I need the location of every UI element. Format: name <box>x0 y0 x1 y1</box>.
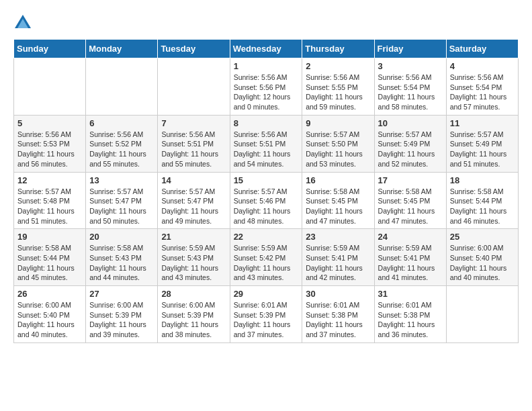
calendar-cell: 8Sunrise: 5:56 AM Sunset: 5:51 PM Daylig… <box>230 115 302 172</box>
day-info: Sunrise: 5:57 AM Sunset: 5:50 PM Dayligh… <box>306 130 370 169</box>
calendar-cell: 29Sunrise: 6:01 AM Sunset: 5:39 PM Dayli… <box>230 286 302 343</box>
day-info: Sunrise: 5:59 AM Sunset: 5:43 PM Dayligh… <box>161 243 226 283</box>
calendar-cell: 20Sunrise: 5:58 AM Sunset: 5:43 PM Dayli… <box>86 229 158 286</box>
calendar-cell: 25Sunrise: 6:00 AM Sunset: 5:40 PM Dayli… <box>446 229 518 286</box>
day-number: 7 <box>161 118 226 128</box>
calendar-cell: 21Sunrise: 5:59 AM Sunset: 5:43 PM Dayli… <box>158 229 230 286</box>
day-info: Sunrise: 5:57 AM Sunset: 5:47 PM Dayligh… <box>89 187 154 226</box>
calendar-header-row: SundayMondayTuesdayWednesdayThursdayFrid… <box>14 40 519 58</box>
day-info: Sunrise: 5:56 AM Sunset: 5:51 PM Dayligh… <box>161 130 226 169</box>
calendar-cell <box>446 286 518 343</box>
calendar-cell: 4Sunrise: 5:56 AM Sunset: 5:54 PM Daylig… <box>446 58 518 116</box>
day-info: Sunrise: 5:57 AM Sunset: 5:49 PM Dayligh… <box>378 130 443 169</box>
day-number: 15 <box>234 175 299 185</box>
day-number: 28 <box>161 289 226 299</box>
day-info: Sunrise: 6:01 AM Sunset: 5:38 PM Dayligh… <box>378 300 443 340</box>
day-info: Sunrise: 5:56 AM Sunset: 5:56 PM Dayligh… <box>234 73 299 112</box>
weekday-header: Sunday <box>14 40 86 58</box>
calendar-cell: 30Sunrise: 6:01 AM Sunset: 5:38 PM Dayli… <box>302 286 374 343</box>
day-number: 3 <box>378 61 443 71</box>
day-number: 17 <box>378 175 443 185</box>
calendar-cell: 28Sunrise: 6:00 AM Sunset: 5:39 PM Dayli… <box>158 286 230 343</box>
calendar-cell: 26Sunrise: 6:00 AM Sunset: 5:40 PM Dayli… <box>14 286 86 343</box>
weekday-header: Tuesday <box>158 40 230 58</box>
calendar-cell: 10Sunrise: 5:57 AM Sunset: 5:49 PM Dayli… <box>374 115 446 172</box>
day-info: Sunrise: 5:57 AM Sunset: 5:49 PM Dayligh… <box>450 130 515 169</box>
day-info: Sunrise: 5:56 AM Sunset: 5:53 PM Dayligh… <box>17 130 82 169</box>
calendar-week-row: 1Sunrise: 5:56 AM Sunset: 5:56 PM Daylig… <box>14 58 519 116</box>
weekday-header: Saturday <box>446 40 518 58</box>
calendar-cell: 9Sunrise: 5:57 AM Sunset: 5:50 PM Daylig… <box>302 115 374 172</box>
day-number: 8 <box>234 118 299 128</box>
day-info: Sunrise: 5:58 AM Sunset: 5:44 PM Dayligh… <box>17 243 82 283</box>
page-header <box>13 13 519 32</box>
calendar-week-row: 5Sunrise: 5:56 AM Sunset: 5:53 PM Daylig… <box>14 115 519 172</box>
day-number: 11 <box>450 118 515 128</box>
day-number: 26 <box>17 289 82 299</box>
weekday-header: Monday <box>86 40 158 58</box>
weekday-header: Thursday <box>302 40 374 58</box>
day-number: 13 <box>89 175 154 185</box>
day-number: 12 <box>17 175 82 185</box>
day-info: Sunrise: 6:00 AM Sunset: 5:40 PM Dayligh… <box>17 300 82 340</box>
logo-icon <box>13 13 32 32</box>
calendar-cell: 5Sunrise: 5:56 AM Sunset: 5:53 PM Daylig… <box>14 115 86 172</box>
calendar-cell: 2Sunrise: 5:56 AM Sunset: 5:55 PM Daylig… <box>302 58 374 116</box>
calendar-cell: 14Sunrise: 5:57 AM Sunset: 5:47 PM Dayli… <box>158 172 230 229</box>
day-info: Sunrise: 5:58 AM Sunset: 5:43 PM Dayligh… <box>89 243 154 283</box>
weekday-header: Friday <box>374 40 446 58</box>
day-info: Sunrise: 6:00 AM Sunset: 5:39 PM Dayligh… <box>89 300 154 340</box>
day-number: 23 <box>306 232 370 242</box>
day-info: Sunrise: 5:57 AM Sunset: 5:47 PM Dayligh… <box>161 187 226 226</box>
day-number: 10 <box>378 118 443 128</box>
day-info: Sunrise: 5:58 AM Sunset: 5:45 PM Dayligh… <box>378 187 443 226</box>
calendar-cell: 3Sunrise: 5:56 AM Sunset: 5:54 PM Daylig… <box>374 58 446 116</box>
day-info: Sunrise: 6:01 AM Sunset: 5:38 PM Dayligh… <box>306 300 370 340</box>
day-info: Sunrise: 5:59 AM Sunset: 5:41 PM Dayligh… <box>378 243 443 283</box>
calendar-cell: 23Sunrise: 5:59 AM Sunset: 5:41 PM Dayli… <box>302 229 374 286</box>
day-number: 19 <box>17 232 82 242</box>
calendar-cell: 27Sunrise: 6:00 AM Sunset: 5:39 PM Dayli… <box>86 286 158 343</box>
day-info: Sunrise: 5:57 AM Sunset: 5:46 PM Dayligh… <box>234 187 299 226</box>
day-info: Sunrise: 5:56 AM Sunset: 5:51 PM Dayligh… <box>234 130 299 169</box>
day-number: 18 <box>450 175 515 185</box>
calendar-cell: 19Sunrise: 5:58 AM Sunset: 5:44 PM Dayli… <box>14 229 86 286</box>
day-number: 22 <box>234 232 299 242</box>
day-number: 30 <box>306 289 370 299</box>
calendar-cell: 7Sunrise: 5:56 AM Sunset: 5:51 PM Daylig… <box>158 115 230 172</box>
day-number: 16 <box>306 175 370 185</box>
day-number: 6 <box>89 118 154 128</box>
day-info: Sunrise: 5:59 AM Sunset: 5:42 PM Dayligh… <box>234 243 299 283</box>
day-info: Sunrise: 5:58 AM Sunset: 5:44 PM Dayligh… <box>450 187 515 226</box>
calendar-cell: 31Sunrise: 6:01 AM Sunset: 5:38 PM Dayli… <box>374 286 446 343</box>
calendar-cell: 15Sunrise: 5:57 AM Sunset: 5:46 PM Dayli… <box>230 172 302 229</box>
calendar-cell: 24Sunrise: 5:59 AM Sunset: 5:41 PM Dayli… <box>374 229 446 286</box>
day-info: Sunrise: 5:57 AM Sunset: 5:48 PM Dayligh… <box>17 187 82 226</box>
day-number: 5 <box>17 118 82 128</box>
calendar-cell <box>86 58 158 116</box>
calendar-cell: 17Sunrise: 5:58 AM Sunset: 5:45 PM Dayli… <box>374 172 446 229</box>
day-number: 27 <box>89 289 154 299</box>
calendar-cell: 11Sunrise: 5:57 AM Sunset: 5:49 PM Dayli… <box>446 115 518 172</box>
day-info: Sunrise: 6:00 AM Sunset: 5:40 PM Dayligh… <box>450 243 515 283</box>
day-number: 25 <box>450 232 515 242</box>
day-number: 1 <box>234 61 299 71</box>
calendar-cell: 18Sunrise: 5:58 AM Sunset: 5:44 PM Dayli… <box>446 172 518 229</box>
calendar-table: SundayMondayTuesdayWednesdayThursdayFrid… <box>13 39 519 343</box>
day-info: Sunrise: 5:56 AM Sunset: 5:54 PM Dayligh… <box>378 73 443 112</box>
day-number: 2 <box>306 61 370 71</box>
calendar-week-row: 26Sunrise: 6:00 AM Sunset: 5:40 PM Dayli… <box>14 286 519 343</box>
day-number: 21 <box>161 232 226 242</box>
calendar-cell: 12Sunrise: 5:57 AM Sunset: 5:48 PM Dayli… <box>14 172 86 229</box>
day-number: 24 <box>378 232 443 242</box>
calendar-cell <box>158 58 230 116</box>
calendar-cell: 16Sunrise: 5:58 AM Sunset: 5:45 PM Dayli… <box>302 172 374 229</box>
day-info: Sunrise: 6:00 AM Sunset: 5:39 PM Dayligh… <box>161 300 226 340</box>
calendar-cell: 1Sunrise: 5:56 AM Sunset: 5:56 PM Daylig… <box>230 58 302 116</box>
day-number: 29 <box>234 289 299 299</box>
calendar-week-row: 12Sunrise: 5:57 AM Sunset: 5:48 PM Dayli… <box>14 172 519 229</box>
calendar-week-row: 19Sunrise: 5:58 AM Sunset: 5:44 PM Dayli… <box>14 229 519 286</box>
day-info: Sunrise: 6:01 AM Sunset: 5:39 PM Dayligh… <box>234 300 299 340</box>
logo <box>13 13 35 32</box>
calendar-cell: 13Sunrise: 5:57 AM Sunset: 5:47 PM Dayli… <box>86 172 158 229</box>
